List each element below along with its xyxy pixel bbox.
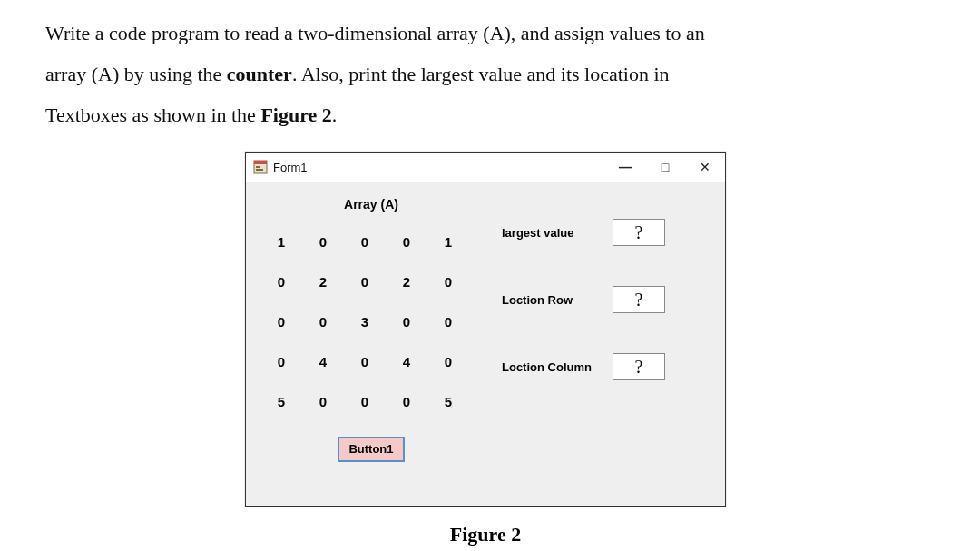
cell-0-4: 1: [431, 224, 466, 259]
cell-1-0: 0: [264, 264, 299, 299]
text: . Also, print the largest value and its …: [292, 63, 670, 85]
button1[interactable]: Button1: [338, 437, 404, 462]
question-text: Write a code program to read a two-dimen…: [45, 13, 926, 135]
array-grid: 1 0 0 0 1 0 2 0 2 0 0 0 3 0 0: [264, 224, 480, 418]
svg-rect-1: [254, 161, 267, 164]
window-title: Form1: [273, 161, 308, 174]
svg-rect-3: [256, 169, 263, 171]
right-column: largest value ? Loction Row ? Loction Co…: [502, 195, 709, 486]
cell-0-2: 0: [348, 224, 382, 259]
svg-rect-2: [256, 166, 260, 168]
location-column-field: Loction Column ?: [502, 353, 709, 380]
cell-1-3: 2: [389, 264, 424, 299]
button1-wrap: Button1: [262, 437, 480, 462]
cell-2-1: 0: [306, 304, 340, 339]
largest-value-field: largest value ?: [502, 219, 709, 246]
bold-figure: Figure 2: [260, 103, 331, 126]
cell-2-4: 0: [431, 304, 466, 339]
text: Write a code program to read a two-dimen…: [45, 22, 705, 44]
cell-0-0: 1: [264, 224, 299, 259]
cell-4-0: 5: [264, 384, 299, 418]
figure-caption: Figure 2: [245, 523, 726, 546]
location-row-box[interactable]: ?: [612, 286, 665, 313]
cell-2-2: 3: [348, 304, 382, 339]
cell-3-4: 0: [431, 344, 466, 379]
text: array (A) by using the: [45, 63, 227, 85]
text: Textboxes as shown in the: [45, 103, 260, 126]
cell-3-1: 4: [306, 344, 340, 379]
minimize-button[interactable]: —: [605, 153, 645, 182]
bold-counter: counter: [227, 63, 292, 85]
location-column-label: Loction Column: [502, 360, 603, 374]
cell-1-4: 0: [431, 264, 466, 299]
close-button[interactable]: ✕: [685, 153, 725, 182]
location-row-label: Loction Row: [502, 293, 603, 307]
location-row-field: Loction Row ?: [502, 286, 709, 313]
cell-1-1: 2: [306, 264, 340, 299]
app-icon: [253, 160, 268, 174]
cell-1-2: 0: [348, 264, 382, 299]
cell-4-4: 5: [431, 384, 466, 418]
text: .: [332, 103, 338, 126]
left-column: Array (A) 1 0 0 0 1 0 2 0 2 0 0 0: [262, 195, 480, 486]
cell-2-3: 0: [389, 304, 424, 339]
largest-value-label: largest value: [502, 226, 603, 240]
titlebar: Form1 — □ ✕: [246, 153, 725, 182]
cell-0-3: 0: [389, 224, 424, 259]
page: Write a code program to read a two-dimen…: [0, 0, 980, 551]
cell-4-1: 0: [306, 384, 340, 418]
cell-4-3: 0: [389, 384, 424, 418]
form1-window: Form1 — □ ✕ Array (A) 1 0 0 0 1 0 2: [245, 152, 726, 507]
cell-3-0: 0: [264, 344, 299, 379]
cell-2-0: 0: [264, 304, 299, 339]
cell-0-1: 0: [306, 224, 340, 259]
maximize-button[interactable]: □: [645, 153, 685, 182]
client-area: Array (A) 1 0 0 0 1 0 2 0 2 0 0 0: [246, 182, 725, 506]
location-column-box[interactable]: ?: [612, 353, 665, 380]
cell-3-3: 4: [389, 344, 424, 379]
window-wrap: Form1 — □ ✕ Array (A) 1 0 0 0 1 0 2: [245, 152, 726, 546]
array-heading: Array (A): [262, 197, 480, 212]
cell-4-2: 0: [348, 384, 382, 418]
largest-value-box[interactable]: ?: [612, 219, 665, 246]
cell-3-2: 0: [348, 344, 382, 379]
